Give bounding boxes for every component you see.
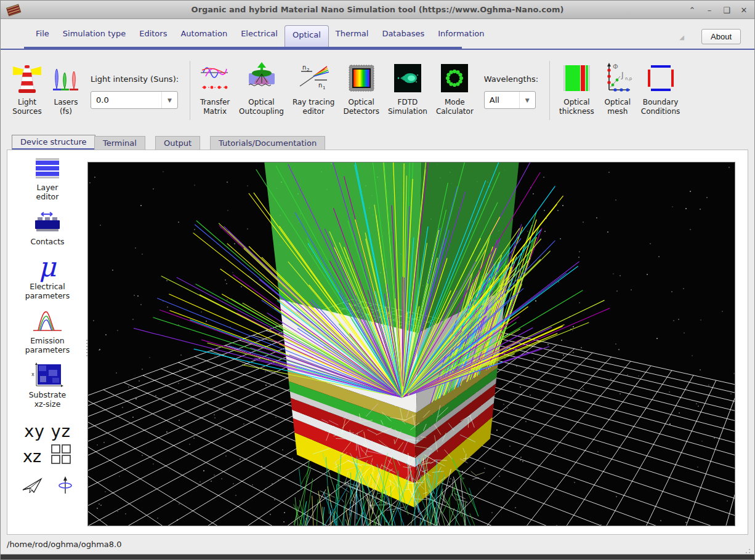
ray-tracing-editor-button[interactable]: n2 n1 Ray tracing editor: [293, 61, 335, 116]
menu-tab-information[interactable]: Information: [431, 25, 491, 42]
tool-label: Ray tracing editor: [293, 98, 335, 116]
maximize-button[interactable]: ❑: [721, 4, 732, 15]
view-tab-bar: Device structure Terminal Output Tutoria…: [7, 131, 748, 150]
optical-detectors-button[interactable]: Optical Detectors: [343, 61, 379, 116]
svg-text:1: 1: [323, 86, 325, 90]
menu-tab-thermal[interactable]: Thermal: [329, 25, 376, 42]
tab-device-structure[interactable]: Device structure: [12, 135, 95, 150]
tool-label: Optical thickness: [559, 98, 594, 116]
sidebar-label: Emission parameters: [25, 336, 70, 354]
window-bottom-edge: [1, 554, 754, 559]
sidebar: Layer editor Contacts μ Elec: [9, 155, 86, 498]
minimize-button[interactable]: –: [704, 4, 715, 15]
light-intensity-combobox[interactable]: 0.0 ▼: [91, 91, 178, 109]
contact-brick-icon: [33, 209, 62, 235]
sidebar-item-layer-editor[interactable]: Layer editor: [33, 155, 62, 201]
close-button[interactable]: ✕: [738, 4, 749, 15]
svg-text:J: J: [621, 71, 624, 79]
svg-text:n,p: n,p: [625, 76, 632, 81]
tab-tutorials-documentation[interactable]: Tutorials/Documentation: [210, 136, 325, 150]
mesh-axes-icon: Φ J n,p: [603, 61, 632, 95]
view-xz-button[interactable]: xz: [23, 447, 41, 466]
sidebar-item-substrate-xz-size[interactable]: x z Substrate xz-size: [29, 362, 67, 409]
light-sources-button[interactable]: Light Sources: [11, 61, 43, 116]
tool-label: Boundary Conditions: [641, 98, 680, 116]
sidebar-label: Contacts: [30, 237, 64, 246]
grid-toggle-icon[interactable]: [50, 443, 72, 469]
refraction-icon: n2 n1: [296, 61, 331, 95]
light-intensity-value: 0.0: [91, 95, 161, 105]
mu-icon: μ: [39, 254, 57, 280]
sidebar-label: Substrate xz-size: [29, 390, 67, 409]
tool-label: Optical Outcoupling: [239, 98, 284, 116]
wavelengths-value: All: [485, 95, 519, 105]
tab-output[interactable]: Output: [155, 136, 200, 150]
optical-thickness-button[interactable]: Optical thickness: [559, 61, 594, 116]
menu-tab-optical[interactable]: Optical: [285, 25, 329, 47]
tool-label: FDTD Simulation: [388, 98, 427, 116]
sidebar-label: Layer editor: [36, 183, 59, 201]
waves-icon: [200, 61, 230, 95]
fdtd-simulation-button[interactable]: FDTD Simulation: [388, 61, 427, 116]
working-directory-path: /home/rod/oghma/oghma8.0: [7, 540, 121, 549]
menu-bar: File Simulation type Editors Automation …: [1, 19, 754, 50]
svg-text:n: n: [318, 82, 322, 89]
svg-text:x: x: [31, 372, 34, 377]
mode-calculator-button[interactable]: Mode Calculator: [436, 61, 474, 116]
fdtd-field-icon: [393, 61, 422, 95]
tab-terminal[interactable]: Terminal: [94, 136, 145, 150]
app-window: Organic and hybrid Material Nano Simulat…: [0, 0, 755, 560]
light-intensity-field: Light intensity (Suns): 0.0 ▼: [91, 61, 179, 109]
outcoupling-icon: [246, 61, 277, 95]
laser-pulses-icon: [52, 61, 80, 95]
menu-tab-file[interactable]: File: [29, 25, 56, 42]
app-logo-icon: [6, 2, 22, 17]
3d-ray-trace-viewport[interactable]: [87, 162, 735, 526]
device-structure-panel: Layer editor Contacts μ Elec: [7, 150, 748, 535]
boundary-conditions-button[interactable]: Boundary Conditions: [641, 61, 680, 116]
sidebar-label: Electrical parameters: [25, 282, 70, 300]
menu-tab-automation[interactable]: Automation: [174, 25, 234, 42]
sidebar-item-emission-parameters[interactable]: Emission parameters: [25, 308, 70, 354]
lighthouse-icon: [11, 61, 43, 95]
svg-text:n: n: [302, 64, 306, 71]
wavelengths-combobox[interactable]: All ▼: [484, 91, 536, 109]
tool-label: Optical Detectors: [343, 98, 379, 116]
title-bar[interactable]: Organic and hybrid Material Nano Simulat…: [1, 1, 754, 19]
view-xy-yz-buttons[interactable]: xy yz: [24, 422, 71, 441]
optical-outcoupling-button[interactable]: Optical Outcoupling: [239, 61, 284, 116]
svg-text:2: 2: [307, 68, 309, 73]
thickness-stack-icon: [562, 61, 591, 95]
chevron-down-icon: ▼: [519, 92, 535, 108]
toolbar-separator: [190, 61, 190, 120]
menu-tab-simulation-type[interactable]: Simulation type: [56, 25, 132, 42]
tool-label: Mode Calculator: [436, 98, 474, 116]
optical-mesh-button[interactable]: Φ J n,p Optical mesh: [603, 61, 632, 116]
optical-toolbar: Light Sources Lasers (fs) Light intensit…: [7, 50, 748, 130]
wavelengths-field: Wavelengths: All ▼: [484, 61, 538, 109]
emission-spectra-icon: [32, 308, 63, 334]
ray-trace-scene: [88, 162, 735, 526]
fly-scene-icon[interactable]: [22, 476, 44, 497]
tool-label: Lasers (fs): [54, 98, 78, 116]
detector-chip-icon: [347, 61, 376, 95]
tool-label: Light Sources: [12, 98, 41, 116]
menu-tab-electrical[interactable]: Electrical: [234, 25, 285, 42]
boundary-box-icon: [645, 61, 677, 95]
tool-label: Transfer Matrix: [200, 98, 230, 116]
toolbar-overflow-icon: ◢: [679, 34, 684, 41]
sidebar-item-contacts[interactable]: Contacts: [30, 209, 64, 246]
menu-tab-editors[interactable]: Editors: [132, 25, 174, 42]
menu-tab-databases[interactable]: Databases: [375, 25, 431, 42]
toolbar-separator: [549, 61, 550, 120]
svg-text:Φ: Φ: [613, 63, 618, 71]
rotate-scene-icon[interactable]: [57, 475, 73, 498]
tool-label: Optical mesh: [605, 98, 631, 116]
sidebar-item-electrical-parameters[interactable]: μ Electrical parameters: [25, 254, 70, 300]
light-intensity-label: Light intensity (Suns):: [91, 74, 179, 84]
substrate-map-icon: x z: [30, 362, 65, 388]
about-button[interactable]: About: [701, 29, 741, 44]
lasers-button[interactable]: Lasers (fs): [52, 61, 80, 116]
transfer-matrix-button[interactable]: Transfer Matrix: [200, 61, 230, 116]
shade-window-button[interactable]: ⌃: [687, 4, 698, 15]
